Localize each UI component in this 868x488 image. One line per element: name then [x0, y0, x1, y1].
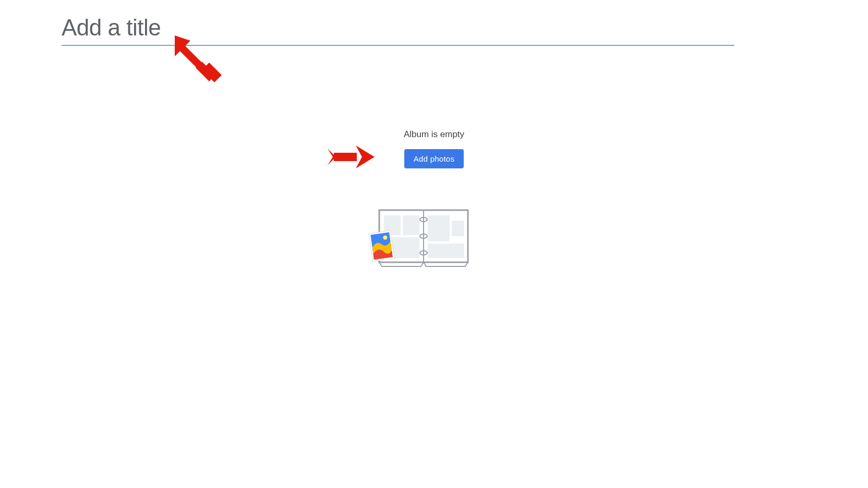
svg-rect-5 — [452, 221, 464, 236]
album-title-input[interactable] — [62, 15, 734, 46]
empty-album-illustration — [361, 205, 476, 275]
svg-rect-2 — [403, 215, 419, 235]
svg-rect-6 — [428, 243, 464, 258]
add-photos-button[interactable]: Add photos — [404, 149, 464, 168]
empty-state-message: Album is empty — [404, 129, 464, 140]
annotation-arrow-button — [328, 145, 375, 170]
album-title-container — [62, 15, 734, 46]
svg-marker-19 — [356, 145, 375, 168]
annotation-arrow-title — [175, 35, 222, 84]
svg-rect-4 — [428, 215, 450, 241]
svg-rect-18 — [334, 153, 357, 161]
